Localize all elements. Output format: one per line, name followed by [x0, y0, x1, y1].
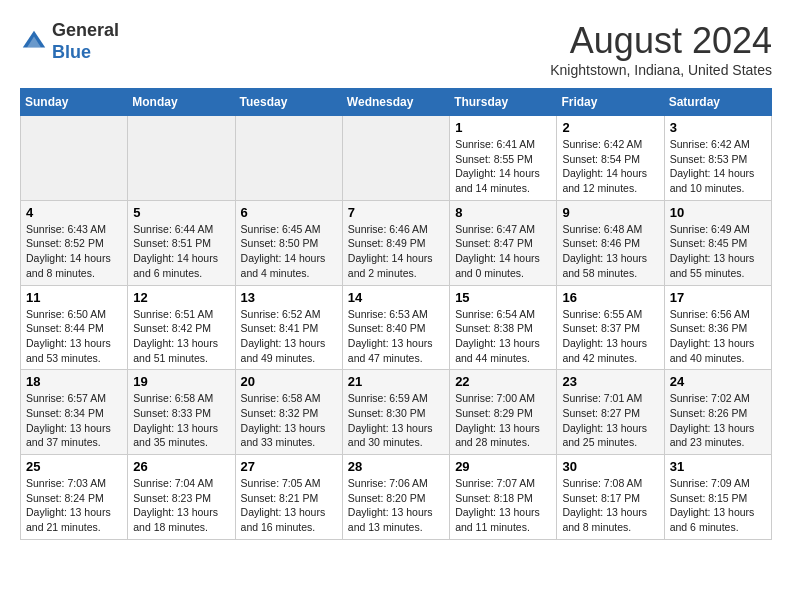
calendar-cell: 27Sunrise: 7:05 AM Sunset: 8:21 PM Dayli…	[235, 455, 342, 540]
day-info: Sunrise: 6:54 AM Sunset: 8:38 PM Dayligh…	[455, 307, 551, 366]
calendar-table: Sunday Monday Tuesday Wednesday Thursday…	[20, 88, 772, 540]
day-number: 26	[133, 459, 229, 474]
col-wednesday: Wednesday	[342, 89, 449, 116]
calendar-cell: 12Sunrise: 6:51 AM Sunset: 8:42 PM Dayli…	[128, 285, 235, 370]
calendar-cell: 26Sunrise: 7:04 AM Sunset: 8:23 PM Dayli…	[128, 455, 235, 540]
page-header: General Blue August 2024 Knightstown, In…	[20, 20, 772, 78]
calendar-cell: 30Sunrise: 7:08 AM Sunset: 8:17 PM Dayli…	[557, 455, 664, 540]
calendar-cell: 9Sunrise: 6:48 AM Sunset: 8:46 PM Daylig…	[557, 200, 664, 285]
calendar-week-2: 4Sunrise: 6:43 AM Sunset: 8:52 PM Daylig…	[21, 200, 772, 285]
day-number: 14	[348, 290, 444, 305]
day-number: 3	[670, 120, 766, 135]
calendar-cell: 8Sunrise: 6:47 AM Sunset: 8:47 PM Daylig…	[450, 200, 557, 285]
calendar-cell: 28Sunrise: 7:06 AM Sunset: 8:20 PM Dayli…	[342, 455, 449, 540]
day-number: 13	[241, 290, 337, 305]
calendar-cell: 29Sunrise: 7:07 AM Sunset: 8:18 PM Dayli…	[450, 455, 557, 540]
day-number: 1	[455, 120, 551, 135]
day-info: Sunrise: 6:45 AM Sunset: 8:50 PM Dayligh…	[241, 222, 337, 281]
day-number: 23	[562, 374, 658, 389]
calendar-cell	[235, 116, 342, 201]
calendar-cell: 22Sunrise: 7:00 AM Sunset: 8:29 PM Dayli…	[450, 370, 557, 455]
day-number: 22	[455, 374, 551, 389]
calendar-cell: 10Sunrise: 6:49 AM Sunset: 8:45 PM Dayli…	[664, 200, 771, 285]
calendar-cell: 21Sunrise: 6:59 AM Sunset: 8:30 PM Dayli…	[342, 370, 449, 455]
calendar-cell: 2Sunrise: 6:42 AM Sunset: 8:54 PM Daylig…	[557, 116, 664, 201]
calendar-week-5: 25Sunrise: 7:03 AM Sunset: 8:24 PM Dayli…	[21, 455, 772, 540]
day-number: 11	[26, 290, 122, 305]
day-number: 19	[133, 374, 229, 389]
calendar-cell: 23Sunrise: 7:01 AM Sunset: 8:27 PM Dayli…	[557, 370, 664, 455]
day-info: Sunrise: 6:43 AM Sunset: 8:52 PM Dayligh…	[26, 222, 122, 281]
title-block: August 2024 Knightstown, Indiana, United…	[550, 20, 772, 78]
day-info: Sunrise: 6:47 AM Sunset: 8:47 PM Dayligh…	[455, 222, 551, 281]
location: Knightstown, Indiana, United States	[550, 62, 772, 78]
calendar-cell	[342, 116, 449, 201]
logo-blue: Blue	[52, 42, 91, 62]
calendar-cell: 14Sunrise: 6:53 AM Sunset: 8:40 PM Dayli…	[342, 285, 449, 370]
day-number: 2	[562, 120, 658, 135]
day-info: Sunrise: 6:51 AM Sunset: 8:42 PM Dayligh…	[133, 307, 229, 366]
calendar-cell: 20Sunrise: 6:58 AM Sunset: 8:32 PM Dayli…	[235, 370, 342, 455]
col-friday: Friday	[557, 89, 664, 116]
calendar-cell: 1Sunrise: 6:41 AM Sunset: 8:55 PM Daylig…	[450, 116, 557, 201]
day-info: Sunrise: 6:50 AM Sunset: 8:44 PM Dayligh…	[26, 307, 122, 366]
day-info: Sunrise: 7:09 AM Sunset: 8:15 PM Dayligh…	[670, 476, 766, 535]
day-info: Sunrise: 6:48 AM Sunset: 8:46 PM Dayligh…	[562, 222, 658, 281]
day-number: 31	[670, 459, 766, 474]
day-info: Sunrise: 6:53 AM Sunset: 8:40 PM Dayligh…	[348, 307, 444, 366]
logo-icon	[20, 28, 48, 56]
calendar-cell: 3Sunrise: 6:42 AM Sunset: 8:53 PM Daylig…	[664, 116, 771, 201]
calendar-week-3: 11Sunrise: 6:50 AM Sunset: 8:44 PM Dayli…	[21, 285, 772, 370]
col-sunday: Sunday	[21, 89, 128, 116]
col-thursday: Thursday	[450, 89, 557, 116]
day-number: 28	[348, 459, 444, 474]
calendar-cell: 19Sunrise: 6:58 AM Sunset: 8:33 PM Dayli…	[128, 370, 235, 455]
day-number: 20	[241, 374, 337, 389]
day-number: 12	[133, 290, 229, 305]
calendar-cell	[128, 116, 235, 201]
day-number: 10	[670, 205, 766, 220]
day-info: Sunrise: 6:46 AM Sunset: 8:49 PM Dayligh…	[348, 222, 444, 281]
day-info: Sunrise: 6:52 AM Sunset: 8:41 PM Dayligh…	[241, 307, 337, 366]
col-tuesday: Tuesday	[235, 89, 342, 116]
calendar-header: Sunday Monday Tuesday Wednesday Thursday…	[21, 89, 772, 116]
day-number: 7	[348, 205, 444, 220]
day-info: Sunrise: 7:03 AM Sunset: 8:24 PM Dayligh…	[26, 476, 122, 535]
day-number: 30	[562, 459, 658, 474]
day-info: Sunrise: 7:06 AM Sunset: 8:20 PM Dayligh…	[348, 476, 444, 535]
calendar-week-4: 18Sunrise: 6:57 AM Sunset: 8:34 PM Dayli…	[21, 370, 772, 455]
day-number: 27	[241, 459, 337, 474]
calendar-cell: 15Sunrise: 6:54 AM Sunset: 8:38 PM Dayli…	[450, 285, 557, 370]
calendar-cell: 13Sunrise: 6:52 AM Sunset: 8:41 PM Dayli…	[235, 285, 342, 370]
day-info: Sunrise: 6:58 AM Sunset: 8:32 PM Dayligh…	[241, 391, 337, 450]
day-info: Sunrise: 6:41 AM Sunset: 8:55 PM Dayligh…	[455, 137, 551, 196]
day-number: 24	[670, 374, 766, 389]
day-number: 4	[26, 205, 122, 220]
day-number: 25	[26, 459, 122, 474]
day-info: Sunrise: 7:02 AM Sunset: 8:26 PM Dayligh…	[670, 391, 766, 450]
day-info: Sunrise: 7:08 AM Sunset: 8:17 PM Dayligh…	[562, 476, 658, 535]
day-number: 29	[455, 459, 551, 474]
day-info: Sunrise: 6:49 AM Sunset: 8:45 PM Dayligh…	[670, 222, 766, 281]
day-info: Sunrise: 7:07 AM Sunset: 8:18 PM Dayligh…	[455, 476, 551, 535]
calendar-cell: 31Sunrise: 7:09 AM Sunset: 8:15 PM Dayli…	[664, 455, 771, 540]
day-info: Sunrise: 7:04 AM Sunset: 8:23 PM Dayligh…	[133, 476, 229, 535]
calendar-cell: 17Sunrise: 6:56 AM Sunset: 8:36 PM Dayli…	[664, 285, 771, 370]
col-monday: Monday	[128, 89, 235, 116]
calendar-cell: 18Sunrise: 6:57 AM Sunset: 8:34 PM Dayli…	[21, 370, 128, 455]
calendar-cell: 6Sunrise: 6:45 AM Sunset: 8:50 PM Daylig…	[235, 200, 342, 285]
logo: General Blue	[20, 20, 119, 63]
day-info: Sunrise: 6:55 AM Sunset: 8:37 PM Dayligh…	[562, 307, 658, 366]
day-number: 16	[562, 290, 658, 305]
day-number: 8	[455, 205, 551, 220]
day-info: Sunrise: 7:01 AM Sunset: 8:27 PM Dayligh…	[562, 391, 658, 450]
day-number: 17	[670, 290, 766, 305]
calendar-cell: 4Sunrise: 6:43 AM Sunset: 8:52 PM Daylig…	[21, 200, 128, 285]
day-number: 9	[562, 205, 658, 220]
calendar-cell: 5Sunrise: 6:44 AM Sunset: 8:51 PM Daylig…	[128, 200, 235, 285]
day-info: Sunrise: 6:42 AM Sunset: 8:53 PM Dayligh…	[670, 137, 766, 196]
calendar-body: 1Sunrise: 6:41 AM Sunset: 8:55 PM Daylig…	[21, 116, 772, 540]
day-number: 5	[133, 205, 229, 220]
calendar-week-1: 1Sunrise: 6:41 AM Sunset: 8:55 PM Daylig…	[21, 116, 772, 201]
calendar-cell: 11Sunrise: 6:50 AM Sunset: 8:44 PM Dayli…	[21, 285, 128, 370]
